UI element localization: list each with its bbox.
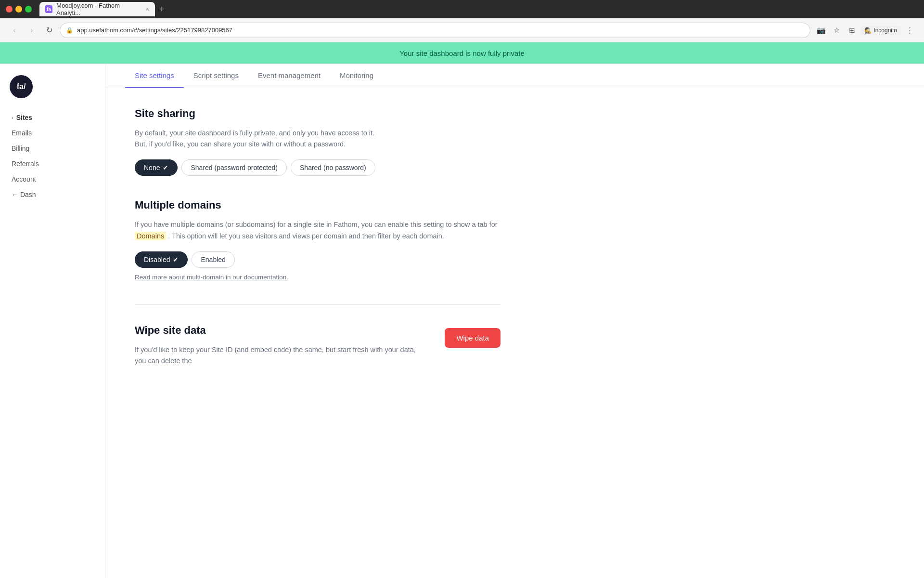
minimize-window-button[interactable] [15, 6, 22, 13]
wipe-site-data-title: Wipe site data [135, 324, 425, 337]
tab-monitoring[interactable]: Monitoring [330, 64, 383, 88]
tab-title: Moodjoy.com - Fathom Analyti... [56, 2, 140, 16]
multiple-domains-options: Disabled ✔ Enabled [135, 251, 500, 268]
logo-text: fa/ [17, 82, 26, 91]
wipe-data-button[interactable]: Wipe data [445, 328, 500, 348]
shared-password-option-button[interactable]: Shared (password protected) [181, 159, 287, 176]
traffic-lights [6, 6, 32, 13]
tab-bar: fa Moodjoy.com - Fathom Analyti... × + [39, 2, 918, 16]
wipe-content: Wipe site data If you'd like to keep you… [135, 324, 445, 376]
tab-event-management-label: Event management [258, 71, 321, 79]
tab-navigation: Site settings Script settings Event mana… [106, 64, 924, 88]
lock-icon: 🔒 [66, 27, 73, 34]
sidebar-item-billing[interactable]: Billing [10, 141, 96, 156]
sidebar-item-dash-label: ← Dash [12, 191, 36, 198]
browser-tab[interactable]: fa Moodjoy.com - Fathom Analyti... × [39, 2, 155, 16]
tab-site-settings[interactable]: Site settings [125, 64, 184, 88]
shared-no-password-option-button[interactable]: Shared (no password) [291, 159, 375, 176]
domains-highlight: Domains [135, 232, 166, 240]
back-button[interactable]: ‹ [8, 24, 21, 37]
enabled-option-button[interactable]: Enabled [192, 251, 234, 268]
tab-script-settings[interactable]: Script settings [184, 64, 248, 88]
logo: fa/ [10, 75, 33, 98]
camera-icon[interactable]: 📷 [814, 24, 828, 37]
wipe-site-data-section: Wipe site data If you'd like to keep you… [135, 324, 500, 376]
incognito-label: Incognito [873, 27, 897, 34]
disabled-option-label: Disabled [144, 256, 170, 263]
site-sharing-section: Site sharing By default, your site dashb… [135, 107, 500, 176]
sidebar-item-billing-label: Billing [12, 144, 29, 152]
nav-bar: ‹ › ↻ 🔒 app.usefathom.com/#/settings/sit… [0, 18, 924, 42]
bookmark-icon[interactable]: ☆ [830, 24, 843, 37]
tab-site-settings-label: Site settings [135, 71, 174, 79]
site-private-banner: Your site dashboard is now fully private [0, 42, 924, 64]
shared-password-label: Shared (password protected) [191, 164, 278, 171]
sidebar-nav: › Sites Emails Billing Referrals Account… [10, 110, 96, 202]
forward-button[interactable]: › [25, 24, 38, 37]
wipe-desc-text: If you'd like to keep your Site ID (and … [135, 346, 416, 365]
reload-button[interactable]: ↻ [42, 24, 56, 37]
multiple-domains-desc1: If you have multiple domains (or subdoma… [135, 221, 498, 228]
address-bar[interactable]: 🔒 app.usefathom.com/#/settings/sites/225… [60, 23, 810, 38]
banner-text: Your site dashboard is now fully private [399, 49, 525, 57]
site-sharing-title: Site sharing [135, 107, 500, 120]
content-area: Site sharing By default, your site dashb… [106, 88, 539, 419]
check-icon-disabled: ✔ [173, 256, 179, 263]
tab-event-management[interactable]: Event management [248, 64, 330, 88]
wipe-site-data-desc: If you'd like to keep your Site ID (and … [135, 344, 425, 367]
nav-actions: 📷 ☆ ⊞ 🕵 Incognito ⋮ [814, 24, 916, 37]
close-window-button[interactable] [6, 6, 13, 13]
sidebar: fa/ › Sites Emails Billing Referrals Acc… [0, 64, 106, 578]
extensions-icon[interactable]: ⊞ [845, 24, 859, 37]
multiple-domains-section: Multiple domains If you have multiple do… [135, 199, 500, 281]
enabled-option-label: Enabled [201, 256, 225, 263]
shared-no-password-label: Shared (no password) [300, 164, 366, 171]
tab-favicon: fa [45, 5, 52, 13]
site-sharing-desc2-text: But, if you'd like, you can share your s… [135, 140, 346, 148]
url-text: app.usefathom.com/#/settings/sites/22517… [77, 26, 804, 34]
maximize-window-button[interactable] [25, 6, 32, 13]
sidebar-item-sites[interactable]: › Sites [10, 110, 96, 125]
sidebar-item-referrals[interactable]: Referrals [10, 156, 96, 171]
tab-script-settings-label: Script settings [193, 71, 239, 79]
app-layout: fa/ › Sites Emails Billing Referrals Acc… [0, 64, 924, 578]
site-sharing-desc1-text: By default, your site dashboard is fully… [135, 129, 374, 137]
title-bar: fa Moodjoy.com - Fathom Analyti... × + [0, 0, 924, 18]
multiple-domains-desc2: . This option will let you see visitors … [168, 232, 444, 240]
new-tab-button[interactable]: + [155, 2, 168, 16]
browser-menu-button[interactable]: ⋮ [903, 24, 916, 37]
disabled-option-button[interactable]: Disabled ✔ [135, 251, 188, 268]
none-option-button[interactable]: None ✔ [135, 159, 178, 176]
sidebar-item-sites-label: Sites [16, 114, 32, 121]
chevron-right-icon: › [12, 115, 13, 120]
check-icon: ✔ [163, 164, 168, 171]
doc-link[interactable]: Read more about multi-domain in our docu… [135, 274, 288, 281]
tab-monitoring-label: Monitoring [340, 71, 373, 79]
incognito-badge: 🕵 Incognito [860, 26, 901, 35]
sidebar-item-emails-label: Emails [12, 129, 32, 137]
sidebar-item-referrals-label: Referrals [12, 160, 39, 168]
multiple-domains-desc: If you have multiple domains (or subdoma… [135, 219, 500, 241]
site-sharing-desc1: By default, your site dashboard is fully… [135, 128, 500, 150]
section-divider [135, 304, 500, 305]
main-content: Site settings Script settings Event mana… [106, 64, 924, 578]
incognito-icon: 🕵 [864, 27, 872, 34]
tab-close-button[interactable]: × [146, 6, 149, 13]
browser-chrome: fa Moodjoy.com - Fathom Analyti... × + ‹… [0, 0, 924, 42]
sidebar-item-account-label: Account [12, 175, 36, 183]
sidebar-item-emails[interactable]: Emails [10, 125, 96, 141]
multiple-domains-title: Multiple domains [135, 199, 500, 211]
sidebar-item-dash[interactable]: ← Dash [10, 187, 96, 202]
site-sharing-options: None ✔ Shared (password protected) Share… [135, 159, 500, 176]
sidebar-item-account[interactable]: Account [10, 171, 96, 187]
none-option-label: None [144, 164, 160, 171]
